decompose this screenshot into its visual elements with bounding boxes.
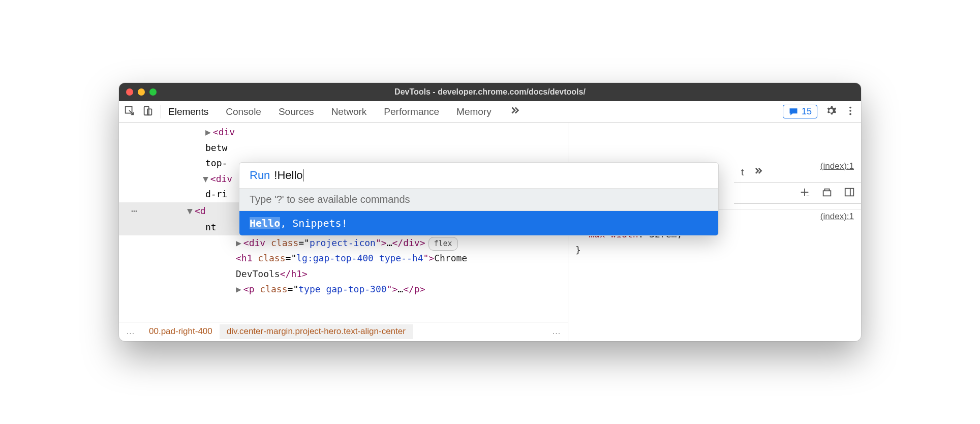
breadcrumb-item[interactable]: 00.pad-right-400 <box>142 324 220 339</box>
more-menu-icon[interactable] <box>845 105 856 118</box>
text-cursor <box>303 169 304 181</box>
more-tabs-icon[interactable] <box>509 105 520 118</box>
command-menu: Run !Hello Type '?' to see available com… <box>239 162 719 236</box>
tab-sources[interactable]: Sources <box>279 106 314 117</box>
command-query: !Hello <box>274 169 302 182</box>
breadcrumb-item-active[interactable]: div.center-margin.project-hero.text-alig… <box>220 324 413 339</box>
device-toolbar-icon[interactable] <box>142 105 154 118</box>
tab-network[interactable]: Network <box>331 106 367 117</box>
traffic-lights <box>126 88 157 96</box>
tab-elements[interactable]: Elements <box>168 106 208 117</box>
breadcrumb-ellipsis-right[interactable]: … <box>545 324 568 339</box>
settings-icon[interactable] <box>825 105 837 118</box>
titlebar: DevTools - developer.chrome.com/docs/dev… <box>119 83 861 101</box>
devtools-window: DevTools - developer.chrome.com/docs/dev… <box>119 83 861 341</box>
svg-rect-1 <box>144 106 149 115</box>
command-result-item[interactable]: Hello, Snippets! <box>239 211 718 235</box>
ellipsis-icon[interactable]: ⋯ <box>119 202 143 220</box>
svg-point-5 <box>849 113 851 115</box>
rule-source-link[interactable]: (index):1 <box>820 209 854 224</box>
content-area: t ▶<div betw top- ▼<div d-ri <box>119 123 861 341</box>
main-toolbar: Elements Console Sources Network Perform… <box>119 101 861 123</box>
tab-console[interactable]: Console <box>226 106 261 117</box>
tab-memory[interactable]: Memory <box>456 106 492 117</box>
inspect-element-icon[interactable] <box>124 105 135 118</box>
minimize-window-button[interactable] <box>138 88 145 96</box>
svg-point-3 <box>849 106 851 108</box>
console-messages-badge[interactable]: 15 <box>783 105 817 118</box>
command-prefix: Run <box>250 169 270 182</box>
rule-source-link[interactable]: (index):1 <box>820 159 854 174</box>
svg-rect-2 <box>147 109 151 115</box>
window-title: DevTools - developer.chrome.com/docs/dev… <box>119 87 861 97</box>
command-hint: Type '?' to see available commands <box>239 188 718 211</box>
close-window-button[interactable] <box>126 88 133 96</box>
command-input[interactable]: Run !Hello <box>239 163 718 188</box>
svg-point-4 <box>849 110 851 112</box>
maximize-window-button[interactable] <box>149 88 157 96</box>
result-highlight: Hello <box>250 217 280 229</box>
tab-performance[interactable]: Performance <box>384 106 439 117</box>
flex-badge[interactable]: flex <box>428 237 458 251</box>
breadcrumb-bar: … 00.pad-right-400 div.center-margin.pro… <box>119 322 568 341</box>
message-count: 15 <box>802 106 812 117</box>
breadcrumb-ellipsis-left[interactable]: … <box>119 324 142 339</box>
result-rest: , Snippets! <box>280 217 347 229</box>
panel-tabs: Elements Console Sources Network Perform… <box>168 105 520 118</box>
